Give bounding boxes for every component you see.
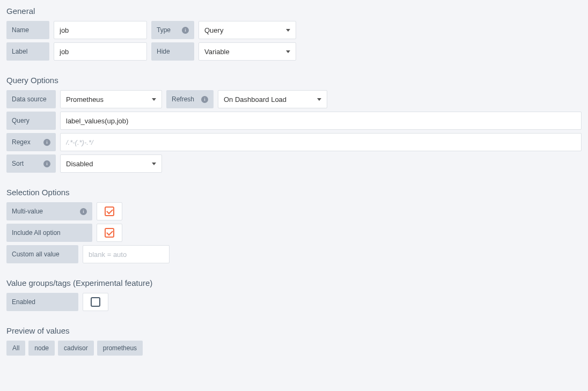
- label-refresh: Refresh i: [166, 90, 214, 108]
- preview-tag: node: [28, 341, 55, 356]
- name-input[interactable]: [54, 21, 147, 39]
- query-input[interactable]: [60, 112, 582, 130]
- info-icon[interactable]: i: [43, 160, 50, 167]
- type-select[interactable]: Query: [199, 21, 296, 39]
- preview-tag: All: [6, 341, 25, 356]
- include-all-checkbox[interactable]: [97, 224, 122, 242]
- section-query-options: Query Options Data source Prometheus Ref…: [6, 76, 582, 173]
- section-title-selection-options: Selection Options: [6, 188, 582, 197]
- label-type: Type i: [151, 21, 194, 39]
- hide-select[interactable]: Variable: [199, 42, 296, 61]
- label-hide: Hide: [151, 42, 194, 61]
- checkmark-icon: [105, 206, 114, 216]
- section-value-groups: Value groups/tags (Experimental feature)…: [6, 278, 582, 311]
- info-icon[interactable]: i: [201, 96, 208, 103]
- enabled-checkbox[interactable]: [83, 293, 108, 311]
- label-enabled: Enabled: [6, 293, 78, 311]
- info-icon[interactable]: i: [43, 139, 50, 146]
- section-title-query-options: Query Options: [6, 76, 582, 85]
- custom-all-input[interactable]: [83, 245, 170, 263]
- preview-tag: prometheus: [97, 341, 143, 356]
- section-title-general: General: [6, 6, 582, 16]
- label-query: Query: [6, 112, 56, 130]
- preview-tag: cadvisor: [58, 341, 94, 356]
- refresh-select[interactable]: On Dashboard Load: [218, 90, 327, 108]
- sort-select[interactable]: Disabled: [60, 154, 162, 173]
- info-icon[interactable]: i: [182, 27, 189, 34]
- section-selection-options: Selection Options Multi-value i Include …: [6, 188, 582, 263]
- label-sort: Sort i: [6, 154, 56, 173]
- info-icon[interactable]: i: [80, 208, 87, 215]
- section-preview: Preview of values Allnodecadvisorprometh…: [6, 326, 582, 356]
- section-title-value-groups: Value groups/tags (Experimental feature): [6, 278, 582, 287]
- label-label: Label: [6, 42, 49, 61]
- section-title-preview: Preview of values: [6, 326, 582, 335]
- section-general: General Name Type i Query Label Hide Var…: [6, 6, 582, 61]
- label-input[interactable]: [54, 42, 147, 61]
- label-multi-value: Multi-value i: [6, 202, 92, 220]
- checkmark-icon: [105, 228, 114, 238]
- multi-value-checkbox[interactable]: [97, 202, 122, 220]
- preview-tag-list: Allnodecadvisorprometheus: [6, 341, 582, 356]
- regex-input[interactable]: [60, 133, 582, 151]
- label-include-all: Include All option: [6, 224, 92, 242]
- label-regex: Regex i: [6, 133, 56, 151]
- label-custom-all: Custom all value: [6, 245, 78, 263]
- label-datasource: Data source: [6, 90, 56, 108]
- datasource-select[interactable]: Prometheus: [60, 90, 162, 108]
- checkbox-empty-icon: [91, 297, 100, 307]
- label-name: Name: [6, 21, 49, 39]
